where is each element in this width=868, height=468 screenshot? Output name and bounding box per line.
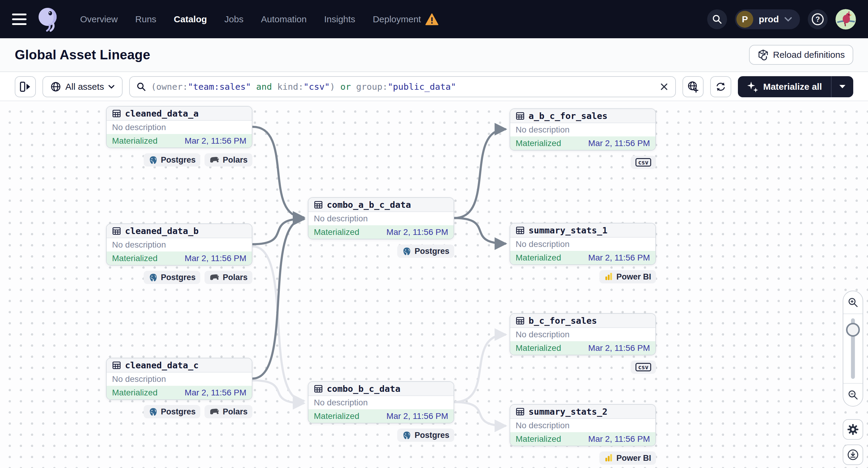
kind-tag-postgres[interactable]: Postgres [144,405,200,418]
environment-switcher[interactable]: P prod [735,9,800,29]
reload-definitions-button[interactable]: Reload definitions [749,45,854,65]
table-icon [112,109,121,118]
asset-node-header[interactable]: b_c_for_sales [510,314,655,328]
asset-node-header[interactable]: summary_stats_2 [510,405,655,419]
kind-tag-polars[interactable]: Polars [205,153,252,166]
asset-search-input[interactable]: (owner:"team:sales" and kind:"csv") or g… [129,76,676,97]
asset-node-b_c_for_sales[interactable]: b_c_for_salesNo descriptionMaterializedM… [509,313,656,374]
menu-icon[interactable] [12,13,27,25]
asset-card[interactable]: b_c_for_salesNo descriptionMaterializedM… [509,313,656,355]
materialize-all-button[interactable]: Materialize all [738,81,831,92]
open-sidebar-button[interactable] [15,76,36,97]
chevron-down-icon [108,85,115,89]
tag-label: Postgres [414,431,450,440]
zoom-slider-thumb[interactable] [846,323,860,337]
asset-node-header[interactable]: cleaned_data_a [106,106,252,121]
asset-status-row[interactable]: MaterializedMar 2, 11:56 PM [510,432,655,446]
nav-item-deployment[interactable]: Deployment [373,14,421,24]
kind-tag-csv[interactable]: csv [631,361,656,374]
asset-node-summary_stats_2[interactable]: summary_stats_2No descriptionMaterialize… [509,404,656,465]
zoom-slider[interactable] [843,314,863,383]
asset-tags: csv [509,156,656,169]
nav-item-automation[interactable]: Automation [261,14,307,24]
kind-tag-csv[interactable]: csv [631,156,656,169]
tag-label: Power BI [616,272,651,282]
filter-toolbar: All assets (owner:"team:sales" and kind:… [0,72,868,101]
status-badge: Materialized [112,388,157,398]
kind-tag-polars[interactable]: Polars [205,271,252,284]
asset-status-row[interactable]: MaterializedMar 2, 11:56 PM [106,386,252,399]
dagster-logo-icon[interactable] [37,7,59,32]
clear-search-icon[interactable] [659,82,669,91]
asset-tags: PostgresPolars [106,405,252,418]
asset-node-cleaned_data_a[interactable]: cleaned_data_aNo descriptionMaterialized… [106,106,252,166]
help-button[interactable]: ? [808,9,828,29]
asset-card[interactable]: cleaned_data_aNo descriptionMaterialized… [106,106,252,148]
csv-icon: csv [636,363,651,372]
asset-description: No description [308,396,454,409]
dagster-app: OverviewRunsCatalogJobsAutomationInsight… [0,0,868,468]
asset-status-row[interactable]: MaterializedMar 2, 11:56 PM [510,136,655,150]
asset-card[interactable]: summary_stats_2No descriptionMaterialize… [509,404,656,446]
tag-label: Postgres [161,273,196,282]
refresh-button[interactable] [710,76,731,97]
kind-tag-powerbi[interactable]: Power BI [599,451,656,465]
reload-definitions-label: Reload definitions [773,50,845,60]
search-query: (owner:"team:sales" and kind:"csv") or g… [151,82,655,92]
asset-status-row[interactable]: MaterializedMar 2, 11:56 PM [510,251,655,264]
asset-status-row[interactable]: MaterializedMar 2, 11:56 PM [308,409,454,423]
polars-icon [209,156,220,164]
asset-node-header[interactable]: a_b_c_for_sales [510,109,655,123]
status-badge: Materialized [516,343,561,353]
nav-item-catalog[interactable]: Catalog [174,14,207,24]
kind-tag-postgres[interactable]: Postgres [144,153,200,166]
kind-tag-polars[interactable]: Polars [205,405,252,418]
asset-card[interactable]: combo_b_c_dataNo descriptionMaterialized… [308,381,454,424]
asset-name: combo_a_b_c_data [327,200,411,210]
asset-card[interactable]: combo_a_b_c_dataNo descriptionMaterializ… [308,197,454,240]
nav-item-runs[interactable]: Runs [135,14,156,24]
asset-card[interactable]: summary_stats_1No descriptionMaterialize… [509,223,656,265]
asset-status-row[interactable]: MaterializedMar 2, 11:56 PM [510,341,655,355]
materialization-timestamp: Mar 2, 11:56 PM [386,227,448,237]
asset-node-header[interactable]: combo_b_c_data [308,382,454,396]
asset-card[interactable]: cleaned_data_cNo descriptionMaterialized… [106,358,252,400]
query-segment: "team:sales" [188,82,251,92]
graph-settings-button[interactable] [843,419,863,440]
kind-tag-powerbi[interactable]: Power BI [599,270,656,283]
asset-node-header[interactable]: combo_a_b_c_data [308,198,454,212]
materialize-options-button[interactable] [832,84,853,89]
asset-node-combo_b_c_data[interactable]: combo_b_c_dataNo descriptionMaterialized… [308,381,454,442]
asset-node-header[interactable]: cleaned_data_b [106,224,252,238]
asset-name: summary_stats_2 [529,407,608,417]
download-view-button[interactable] [843,444,863,465]
asset-node-header[interactable]: cleaned_data_c [106,358,252,373]
zoom-in-button[interactable] [843,291,863,313]
nav-item-jobs[interactable]: Jobs [224,14,243,24]
asset-node-cleaned_data_b[interactable]: cleaned_data_bNo descriptionMaterialized… [106,223,252,284]
asset-status-row[interactable]: MaterializedMar 2, 11:56 PM [106,251,252,265]
new-asset-selection-button[interactable] [682,76,704,97]
kind-tag-postgres[interactable]: Postgres [144,271,200,284]
asset-node-summary_stats_1[interactable]: summary_stats_1No descriptionMaterialize… [509,223,656,283]
tag-label: Postgres [161,407,196,416]
zoom-out-button[interactable] [843,384,863,406]
asset-node-combo_a_b_c_data[interactable]: combo_a_b_c_dataNo descriptionMaterializ… [308,197,454,258]
table-icon [516,226,525,235]
table-icon [516,407,525,416]
materialize-all-label: Materialize all [763,82,822,92]
search-button[interactable] [707,9,727,29]
user-avatar[interactable] [835,9,856,30]
asset-node-cleaned_data_c[interactable]: cleaned_data_cNo descriptionMaterialized… [106,358,252,418]
asset-node-a_b_c_for_sales[interactable]: a_b_c_for_salesNo descriptionMaterialize… [509,108,656,169]
kind-tag-postgres[interactable]: Postgres [397,429,454,442]
asset-scope-dropdown[interactable]: All assets [42,76,123,97]
nav-item-overview[interactable]: Overview [80,14,118,24]
asset-card[interactable]: cleaned_data_bNo descriptionMaterialized… [106,223,252,266]
asset-status-row[interactable]: MaterializedMar 2, 11:56 PM [308,225,454,239]
asset-status-row[interactable]: MaterializedMar 2, 11:56 PM [106,134,252,148]
kind-tag-postgres[interactable]: Postgres [397,245,454,258]
nav-item-insights[interactable]: Insights [324,14,355,24]
asset-card[interactable]: a_b_c_for_salesNo descriptionMaterialize… [509,108,656,151]
asset-node-header[interactable]: summary_stats_1 [510,223,655,238]
